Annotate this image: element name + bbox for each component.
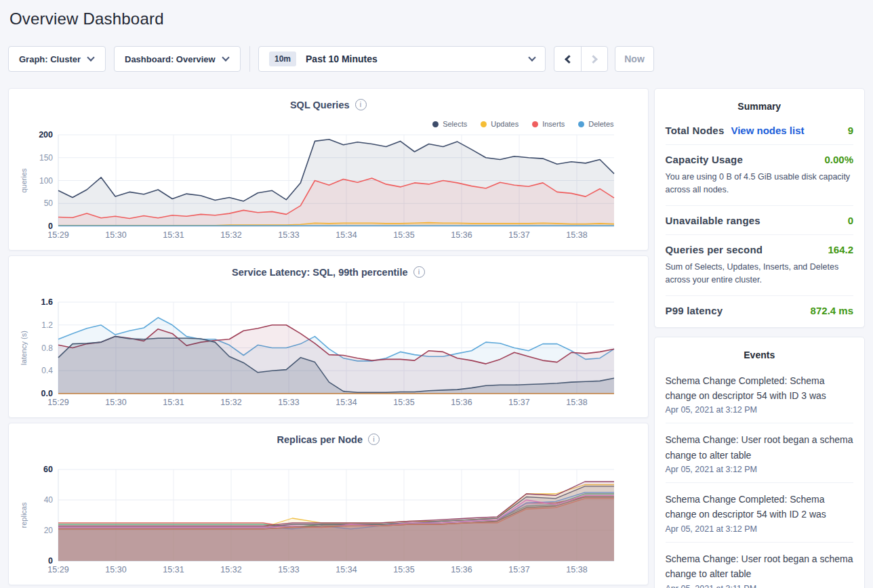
summary-row-label: Queries per second — [666, 244, 763, 255]
summary-row: Unavailable ranges0 — [666, 206, 854, 235]
svg-text:40: 40 — [44, 495, 54, 505]
chevron-down-icon — [87, 54, 94, 61]
legend-item[interactable]: Deletes — [578, 120, 613, 128]
page: Overview Dashboard Graph: Cluster Dashbo… — [0, 0, 873, 588]
replicas-per-node-chart[interactable]: 15:2915:3015:3115:3215:3315:3415:3515:36… — [9, 423, 649, 585]
legend-item[interactable]: Selects — [432, 120, 467, 128]
chart-header: SQL Queries — [9, 99, 648, 110]
summary-row: Capacity Usage0.00%You are using 0 B of … — [666, 145, 854, 206]
event-text: Schema Change Completed: Schema change o… — [666, 492, 854, 522]
chart-header: Replicas per Node — [9, 434, 648, 445]
summary-row: Total NodesView nodes list9 — [666, 116, 854, 145]
chart-title: Replicas per Node — [277, 434, 363, 445]
svg-text:15:36: 15:36 — [451, 230, 472, 240]
info-icon[interactable] — [413, 266, 425, 278]
legend-dot-icon — [432, 121, 439, 127]
svg-text:15:38: 15:38 — [566, 565, 587, 574]
summary-row-value: 164.2 — [828, 244, 853, 255]
svg-text:15:30: 15:30 — [105, 230, 126, 240]
summary-row: P99 latency872.4 ms — [666, 296, 854, 324]
dashboard-dropdown[interactable]: Dashboard: Overview — [114, 46, 241, 72]
chart-legend: SelectsUpdatesInsertsDeletes — [432, 120, 613, 128]
sql-queries-chart[interactable]: 15:2915:3015:3115:3215:3315:3415:3515:36… — [9, 89, 649, 250]
svg-text:20: 20 — [44, 526, 54, 535]
summary-panel: Summary Total NodesView nodes list9Capac… — [654, 88, 866, 328]
svg-text:0: 0 — [48, 556, 53, 566]
svg-text:15:37: 15:37 — [508, 230, 529, 240]
chart-title: SQL Queries — [290, 100, 350, 110]
event-text: Schema Change: User root began a schema … — [666, 551, 854, 582]
service-latency-chart[interactable]: 15:2915:3015:3115:3215:3315:3415:3515:36… — [9, 256, 649, 417]
chart-header: Service Latency: SQL, 99th percentile — [9, 266, 648, 278]
event-text: Schema Change Completed: Schema change o… — [666, 373, 854, 404]
chart-card-service-latency: Service Latency: SQL, 99th percentile 15… — [8, 255, 649, 418]
svg-text:15:34: 15:34 — [336, 398, 357, 407]
svg-text:0.8: 0.8 — [41, 343, 53, 353]
svg-text:15:35: 15:35 — [393, 398, 414, 407]
chevron-down-icon — [528, 54, 535, 61]
summary-rows: Total NodesView nodes list9Capacity Usag… — [666, 116, 854, 324]
now-button[interactable]: Now — [615, 46, 654, 72]
event-text: Schema Change: User root began a schema … — [666, 432, 854, 463]
view-nodes-list-link[interactable]: View nodes list — [731, 125, 804, 136]
legend-label: Deletes — [588, 120, 613, 128]
svg-text:150: 150 — [39, 153, 53, 163]
event-item: Schema Change Completed: Schema change o… — [666, 483, 854, 543]
svg-text:50: 50 — [44, 198, 54, 208]
summary-row-label: Total Nodes — [666, 125, 725, 136]
event-timestamp: Apr 05, 2021 at 3:12 PM — [666, 405, 854, 415]
svg-text:15:29: 15:29 — [47, 398, 68, 407]
toolbar: Graph: Cluster Dashboard: Overview 10m P… — [8, 46, 865, 72]
svg-text:15:38: 15:38 — [566, 398, 587, 407]
info-icon[interactable] — [368, 434, 380, 445]
summary-row-description: Sum of Selects, Updates, Inserts, and De… — [666, 261, 854, 287]
legend-item[interactable]: Inserts — [532, 120, 565, 128]
svg-text:15:32: 15:32 — [220, 398, 241, 407]
svg-text:15:33: 15:33 — [278, 565, 299, 574]
toolbar-divider — [249, 46, 250, 72]
event-item: Schema Change: User root began a schema … — [666, 423, 854, 483]
legend-dot-icon — [481, 121, 487, 127]
svg-text:queries: queries — [20, 168, 28, 193]
svg-text:15:30: 15:30 — [105, 565, 126, 574]
chart-title: Service Latency: SQL, 99th percentile — [232, 267, 408, 278]
now-button-label: Now — [624, 54, 645, 64]
event-list: Schema Change Completed: Schema change o… — [666, 364, 854, 588]
events-panel: Events Schema Change Completed: Schema c… — [654, 337, 866, 588]
svg-text:1.6: 1.6 — [41, 297, 53, 307]
legend-label: Inserts — [542, 120, 565, 128]
svg-text:15:29: 15:29 — [47, 230, 68, 240]
chevron-left-icon — [565, 55, 573, 64]
main-content: SQL Queries SelectsUpdatesInsertsDeletes… — [8, 88, 865, 588]
legend-item[interactable]: Updates — [481, 120, 519, 128]
chevron-down-icon — [222, 54, 229, 61]
legend-dot-icon — [578, 121, 584, 127]
dashboard-dropdown-label: Dashboard: Overview — [125, 54, 216, 64]
svg-text:0.4: 0.4 — [41, 366, 53, 375]
summary-row-value: 0 — [848, 215, 853, 226]
svg-text:15:35: 15:35 — [393, 230, 414, 240]
info-icon[interactable] — [355, 99, 367, 110]
svg-text:1.2: 1.2 — [41, 320, 53, 330]
time-range-label: Past 10 Minutes — [306, 54, 378, 64]
svg-text:15:29: 15:29 — [47, 565, 68, 574]
event-item: Schema Change: User root began a schema … — [666, 543, 854, 588]
svg-text:15:37: 15:37 — [508, 398, 529, 407]
svg-text:latency (s): latency (s) — [20, 331, 28, 365]
svg-text:15:31: 15:31 — [163, 565, 184, 574]
time-prev-button[interactable] — [554, 47, 581, 71]
summary-row-value: 872.4 ms — [811, 305, 853, 316]
chevron-right-icon — [589, 55, 598, 64]
summary-row-description: You are using 0 B of 4.5 GiB usable disk… — [666, 171, 854, 197]
time-next-button[interactable] — [581, 47, 607, 71]
svg-text:15:32: 15:32 — [220, 230, 241, 240]
charts-column: SQL Queries SelectsUpdatesInsertsDeletes… — [8, 88, 649, 585]
graph-dropdown[interactable]: Graph: Cluster — [8, 46, 106, 72]
graph-dropdown-label: Graph: Cluster — [19, 54, 81, 64]
svg-text:15:38: 15:38 — [566, 230, 587, 240]
legend-dot-icon — [532, 121, 538, 127]
time-range-dropdown[interactable]: 10m Past 10 Minutes — [258, 46, 546, 72]
svg-text:0.0: 0.0 — [41, 389, 53, 398]
summary-row-label: Unavailable ranges — [666, 215, 760, 226]
svg-text:15:36: 15:36 — [451, 565, 472, 574]
